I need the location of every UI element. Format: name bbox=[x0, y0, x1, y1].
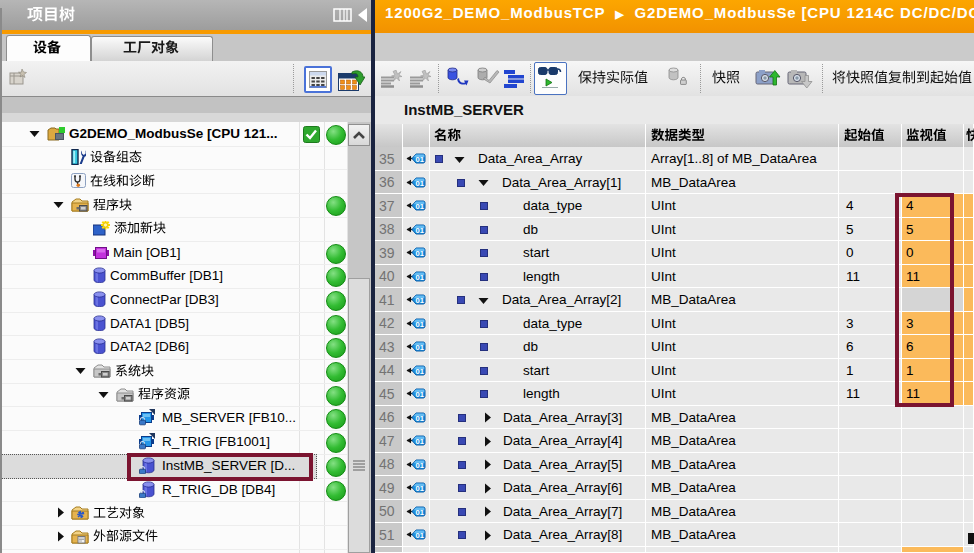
svg-text:01: 01 bbox=[416, 319, 425, 328]
svg-text:01: 01 bbox=[416, 390, 425, 399]
svg-text:01: 01 bbox=[416, 225, 425, 234]
svg-text:01: 01 bbox=[416, 155, 425, 164]
svg-text:01: 01 bbox=[416, 178, 425, 187]
svg-text:01: 01 bbox=[416, 413, 425, 422]
svg-text:01: 01 bbox=[416, 437, 425, 446]
svg-text:01: 01 bbox=[416, 296, 425, 305]
svg-text:01: 01 bbox=[416, 531, 425, 540]
svg-text:01: 01 bbox=[416, 202, 425, 211]
svg-text:01: 01 bbox=[416, 484, 425, 493]
svg-text:01: 01 bbox=[416, 249, 425, 258]
svg-text:01: 01 bbox=[416, 507, 425, 516]
svg-text:01: 01 bbox=[416, 343, 425, 352]
svg-text:01: 01 bbox=[416, 366, 425, 375]
svg-text:01: 01 bbox=[416, 460, 425, 469]
svg-text:01: 01 bbox=[416, 272, 425, 281]
